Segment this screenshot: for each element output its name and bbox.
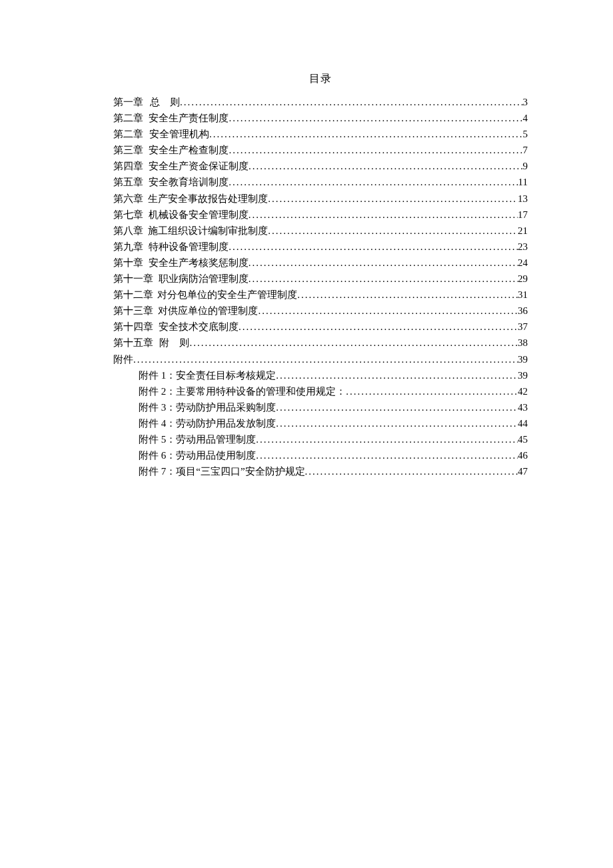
- toc-chapter-label: 第十四章: [113, 319, 153, 335]
- toc-container: 第一章总 则3第二章安全生产责任制度4第二章安全管理机构5第三章安全生产检查制度…: [113, 94, 528, 479]
- toc-dots: [229, 174, 518, 190]
- toc-chapter-label: 附件 3：: [139, 399, 176, 415]
- toc-chapter-label: 第十三章: [113, 303, 153, 319]
- toc-chapter-label: 第五章: [113, 174, 143, 190]
- toc-dots: [229, 239, 518, 255]
- toc-chapter-title: 主要常用特种设备的管理和使用规定：: [176, 383, 346, 399]
- toc-chapter-title: 机械设备安全管理制度: [149, 207, 249, 223]
- toc-dots: [276, 415, 518, 431]
- toc-chapter-label: 第四章: [113, 158, 143, 174]
- toc-page-number: 38: [518, 335, 528, 351]
- toc-entry: 附件 1：安全责任目标考核规定39: [113, 367, 528, 383]
- toc-chapter-title: 对供应单位的管理制度: [158, 303, 258, 319]
- toc-entry: 第十五章附 则38: [113, 335, 528, 351]
- toc-page-number: 24: [518, 255, 528, 271]
- toc-dots: [133, 351, 518, 367]
- toc-entry: 第十四章安全技术交底制度37: [113, 319, 528, 335]
- toc-dots: [249, 255, 518, 271]
- toc-dots: [276, 367, 518, 383]
- toc-dots: [249, 207, 518, 223]
- toc-page-number: 21: [518, 223, 528, 239]
- toc-page-number: 3: [523, 94, 528, 110]
- toc-dots: [276, 399, 518, 415]
- toc-chapter-title: 职业病防治管理制度: [159, 271, 249, 287]
- toc-chapter-label: 第二章: [113, 110, 143, 126]
- toc-entry: 附件 6：劳动用品使用制度46: [113, 447, 528, 463]
- toc-page-number: 45: [518, 431, 528, 447]
- toc-chapter-title: 劳动防护用品采购制度: [176, 399, 276, 415]
- toc-dots: [209, 126, 522, 142]
- toc-chapter-title: 特种设备管理制度: [149, 239, 229, 255]
- toc-dots: [268, 223, 518, 239]
- toc-dots: [180, 94, 523, 110]
- toc-entry: 附件 2：主要常用特种设备的管理和使用规定：42: [113, 383, 528, 399]
- toc-entry: 第十一章职业病防治管理制度29: [113, 271, 528, 287]
- toc-entry: 第九章特种设备管理制度23: [113, 239, 528, 255]
- toc-entry: 附件 3：劳动防护用品采购制度43: [113, 399, 528, 415]
- toc-page-number: 42: [518, 383, 528, 399]
- toc-entry: 附件 7：项目“三宝四口”安全防护规定47: [113, 463, 528, 479]
- toc-chapter-title: 安全生产责任制度: [149, 110, 229, 126]
- toc-chapter-label: 第十章: [113, 255, 143, 271]
- toc-dots: [258, 303, 518, 319]
- toc-chapter-label: 第十一章: [113, 271, 153, 287]
- toc-page-number: 37: [518, 319, 528, 335]
- toc-chapter-title: 安全责任目标考核规定: [176, 367, 276, 383]
- toc-entry: 第二章安全生产责任制度4: [113, 110, 528, 126]
- toc-page-number: 39: [518, 351, 528, 367]
- toc-chapter-title: 对分包单位的安全生产管理制度: [157, 287, 297, 303]
- toc-entry: 附件 4：劳动防护用品发放制度44: [113, 415, 528, 431]
- toc-page-number: 5: [523, 126, 528, 142]
- toc-chapter-label: 附件 5：: [139, 431, 176, 447]
- toc-title: 目录: [113, 72, 528, 86]
- toc-chapter-label: 附件: [113, 351, 133, 367]
- toc-chapter-label: 第九章: [113, 239, 143, 255]
- toc-chapter-label: 第七章: [113, 207, 143, 223]
- toc-chapter-title: 生产安全事故报告处理制度: [148, 191, 268, 207]
- toc-page-number: 11: [518, 174, 528, 190]
- toc-chapter-title: 劳动用品使用制度: [176, 447, 256, 463]
- toc-dots: [189, 335, 518, 351]
- toc-dots: [239, 319, 518, 335]
- toc-chapter-label: 第二章: [113, 126, 143, 142]
- toc-entry: 第一章总 则3: [113, 94, 528, 110]
- toc-chapter-label: 第八章: [113, 223, 143, 239]
- toc-page-number: 46: [518, 447, 528, 463]
- toc-dots: [256, 431, 518, 447]
- toc-entry: 附件 5：劳动用品管理制度45: [113, 431, 528, 447]
- toc-page-number: 39: [518, 367, 528, 383]
- toc-chapter-title: 安全生产考核奖惩制度: [149, 255, 249, 271]
- toc-entry: 第十二章对分包单位的安全生产管理制度31: [113, 287, 528, 303]
- toc-entry: 第六章生产安全事故报告处理制度13: [113, 191, 528, 207]
- toc-chapter-label: 第十五章: [113, 335, 153, 351]
- toc-chapter-label: 第十二章: [113, 287, 153, 303]
- toc-dots: [249, 271, 518, 287]
- toc-page-number: 43: [518, 399, 528, 415]
- toc-chapter-title: 安全生产检查制度: [149, 142, 229, 158]
- toc-entry: 附件39: [113, 351, 528, 367]
- toc-chapter-label: 附件 7：: [139, 463, 176, 479]
- toc-page-number: 13: [518, 191, 528, 207]
- toc-entry: 第十章安全生产考核奖惩制度24: [113, 255, 528, 271]
- toc-dots: [268, 191, 518, 207]
- toc-page-number: 17: [518, 207, 528, 223]
- toc-chapter-label: 附件 2：: [139, 383, 176, 399]
- toc-dots: [297, 287, 518, 303]
- toc-dots: [249, 158, 523, 174]
- toc-chapter-label: 第一章: [113, 94, 143, 110]
- toc-page-number: 29: [518, 271, 528, 287]
- toc-page-number: 23: [518, 239, 528, 255]
- toc-chapter-label: 第六章: [113, 191, 143, 207]
- toc-dots: [229, 142, 522, 158]
- toc-page-number: 7: [523, 142, 528, 158]
- toc-entry: 第三章安全生产检查制度7: [113, 142, 528, 158]
- toc-entry: 第七章机械设备安全管理制度17: [113, 207, 528, 223]
- toc-page-number: 9: [523, 158, 528, 174]
- toc-chapter-label: 附件 1：: [139, 367, 176, 383]
- toc-entry: 第五章安全教育培训制度11: [113, 174, 528, 190]
- toc-dots: [229, 110, 522, 126]
- toc-page-number: 47: [518, 463, 528, 479]
- toc-chapter-label: 第三章: [113, 142, 143, 158]
- toc-chapter-title: 安全管理机构: [149, 126, 209, 142]
- toc-chapter-title: 总 则: [150, 94, 180, 110]
